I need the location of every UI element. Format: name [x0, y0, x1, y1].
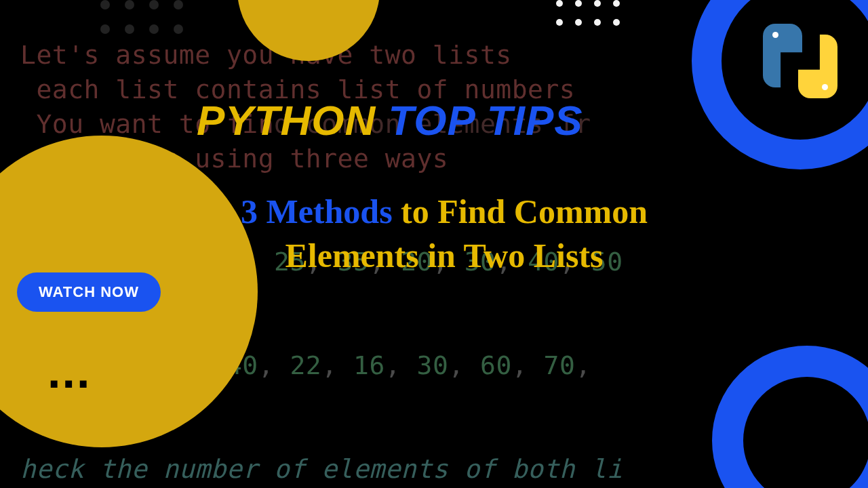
- dot-grid-dark: [100, 0, 183, 34]
- main-heading: PYTHON TOP TIPS: [197, 96, 583, 144]
- subtitle: 3 Methods to Find Common Elements in Two…: [210, 190, 678, 278]
- python-logo-icon: [763, 24, 837, 98]
- subtitle-accent: 3 Methods: [241, 192, 393, 230]
- heading-part1: PYTHON: [197, 97, 376, 144]
- dot-grid-light: [556, 0, 620, 26]
- heading-part2: TOP TIPS: [376, 97, 583, 144]
- ellipsis-icon: ...: [47, 344, 91, 399]
- watch-now-button[interactable]: WATCH NOW: [17, 272, 161, 312]
